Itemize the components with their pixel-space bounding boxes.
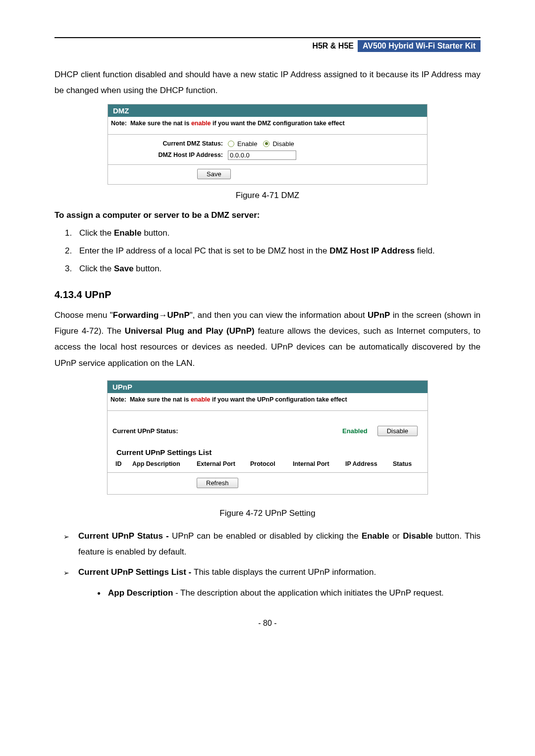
- upnp-list-title: Current UPnP Settings List: [107, 448, 428, 459]
- th-app-description: App Description: [132, 460, 197, 467]
- upnp-panel-title: UPnP: [107, 381, 428, 393]
- upnp-description-list: Current UPnP Status - UPnP can be enable…: [54, 528, 481, 601]
- upnp-note-mid2: if you want the UPnP configuration take …: [210, 396, 347, 403]
- bullet-upnp-settings-list: Current UPnP Settings List - This table …: [68, 564, 481, 602]
- upnp-panel: UPnP Note: Make sure the nat is enable i…: [107, 380, 428, 495]
- step-2: Enter the IP address of a local PC that …: [74, 243, 481, 259]
- upnp-refresh-button[interactable]: Refresh: [197, 478, 238, 488]
- page-number: - 80 -: [54, 619, 481, 628]
- dmz-panel: DMZ Note: Make sure the nat is enable if…: [107, 104, 428, 185]
- upnp-disable-button[interactable]: Disable: [377, 426, 418, 436]
- figure-72-caption: Figure 4-72 UPnP Setting: [54, 508, 481, 518]
- dmz-note-enable: enable: [191, 120, 211, 127]
- th-status: Status: [393, 460, 423, 467]
- upnp-status-label: Current UPnP Status:: [112, 427, 178, 435]
- th-external-port: External Port: [197, 460, 250, 467]
- header-bar: H5R & H5EAV500 Hybrid Wi-Fi Starter Kit: [54, 40, 481, 52]
- dmz-ip-label: DMZ Host IP Address:: [108, 151, 228, 158]
- th-internal-port: Internal Port: [293, 460, 345, 467]
- assign-heading: To assign a computer or server to be a D…: [54, 210, 481, 220]
- dmz-ip-input[interactable]: 0.0.0.0: [228, 151, 296, 160]
- upnp-status-value: Enabled: [342, 427, 368, 435]
- upnp-note-prefix: Note:: [110, 396, 126, 403]
- upnp-note: Note: Make sure the nat is enable if you…: [107, 393, 428, 410]
- dmz-note-prefix: Note:: [111, 120, 127, 127]
- th-ip-address: IP Address: [345, 460, 393, 467]
- upnp-table-headers: ID App Description External Port Protoco…: [107, 459, 428, 472]
- upnp-note-enable: enable: [191, 396, 211, 403]
- dmz-disable-label: Disable: [272, 140, 294, 148]
- dmz-panel-title: DMZ: [108, 104, 427, 117]
- header-rule: [54, 37, 481, 38]
- dmz-note-mid1: Make sure the nat is: [130, 120, 191, 127]
- step-1: Click the Enable button.: [74, 225, 481, 241]
- dmz-enable-label: Enable: [237, 140, 257, 148]
- upnp-note-mid1: Make sure the nat is: [130, 396, 191, 403]
- dmz-note-mid2: if you want the DMZ configuration take e…: [211, 120, 344, 127]
- dmz-status-label: Current DMZ Status:: [108, 140, 228, 147]
- dmz-save-button[interactable]: Save: [197, 169, 231, 179]
- header-product: AV500 Hybrid Wi-Fi Starter Kit: [358, 40, 481, 52]
- sub-bullet-app-description: App Description - The description about …: [100, 585, 481, 601]
- dmz-note: Note: Make sure the nat is enable if you…: [108, 117, 427, 134]
- th-protocol: Protocol: [250, 460, 293, 467]
- section-4-13-4-heading: 4.13.4 UPnP: [54, 289, 481, 301]
- intro-paragraph: DHCP client function disabled and should…: [54, 67, 481, 99]
- step-3: Click the Save button.: [74, 261, 481, 277]
- upnp-paragraph: Choose menu "Forwarding→UPnP", and then …: [54, 307, 481, 371]
- dmz-enable-radio[interactable]: [228, 141, 234, 147]
- steps-list: Click the Enable button. Enter the IP ad…: [54, 225, 481, 277]
- header-model: H5R & H5E: [308, 40, 358, 52]
- bullet-upnp-status: Current UPnP Status - UPnP can be enable…: [68, 528, 481, 560]
- th-id: ID: [115, 460, 132, 467]
- dmz-disable-radio[interactable]: [263, 141, 269, 147]
- figure-71-caption: Figure 4-71 DMZ: [54, 191, 481, 201]
